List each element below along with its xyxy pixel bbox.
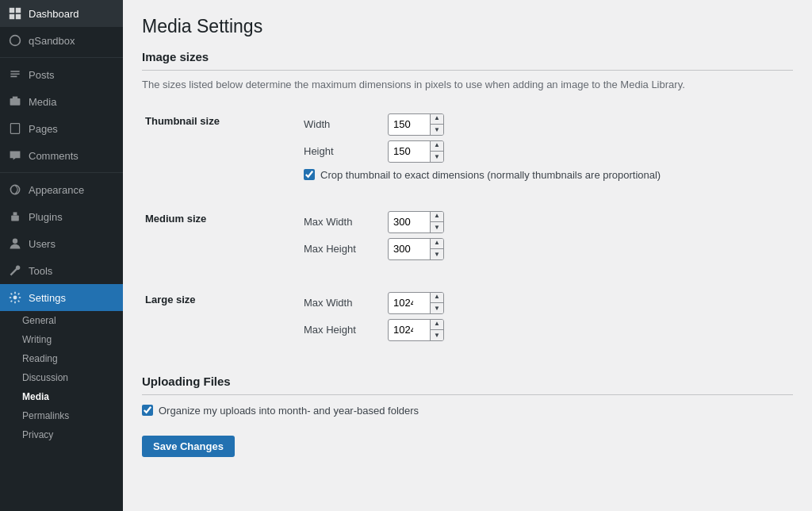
thumbnail-label-cell: Thumbnail size <box>142 107 301 190</box>
uploads-checkbox[interactable] <box>142 405 153 416</box>
sidebar-item-media[interactable]: Media <box>0 88 123 115</box>
uploads-checkbox-row: Organize my uploads into month- and year… <box>142 405 793 417</box>
mw-down[interactable]: ▼ <box>431 222 443 233</box>
sidebar: Dashboard qSandbox Posts Media Pages Com… <box>0 0 123 511</box>
submenu-reading[interactable]: Reading <box>0 349 123 368</box>
settings-icon <box>8 290 22 305</box>
svg-point-4 <box>10 36 21 46</box>
save-button[interactable]: Save Changes <box>142 436 235 457</box>
tw-down[interactable]: ▼ <box>431 125 443 136</box>
svg-rect-8 <box>11 215 19 221</box>
qsandbox-label: qSandbox <box>29 35 75 47</box>
thumbnail-width-input[interactable] <box>389 116 430 133</box>
dashboard-icon <box>8 6 22 21</box>
submenu-media[interactable]: Media ← <box>0 387 123 406</box>
large-row: Large size Max Width ▲▼ Max Height ▲▼ <box>142 286 793 352</box>
large-height-wrap: ▲▼ <box>388 319 444 341</box>
svg-point-9 <box>13 239 17 244</box>
submenu-discussion[interactable]: Discussion <box>0 368 123 387</box>
sidebar-item-posts[interactable]: Posts <box>0 61 123 88</box>
svg-rect-6 <box>10 124 19 134</box>
uploads-label[interactable]: Organize my uploads into month- and year… <box>159 405 419 417</box>
medium-width-wrap: ▲▼ <box>388 211 444 233</box>
lh-down[interactable]: ▼ <box>431 330 443 341</box>
pages-icon <box>8 121 22 136</box>
sidebar-item-settings[interactable]: Settings <box>0 284 123 311</box>
comments-label: Comments <box>29 150 79 162</box>
pages-label: Pages <box>29 123 58 135</box>
settings-submenu: General Writing Reading Discussion Media… <box>0 311 123 444</box>
medium-height-input[interactable] <box>389 240 430 257</box>
comments-icon <box>8 148 22 163</box>
plugins-label: Plugins <box>29 211 63 223</box>
media-label: Media <box>29 96 56 108</box>
mh-down[interactable]: ▼ <box>431 249 443 260</box>
svg-rect-5 <box>10 98 21 106</box>
uploading-section: Uploading Files Organize my uploads into… <box>142 375 793 417</box>
mw-up[interactable]: ▲ <box>431 211 443 222</box>
svg-point-10 <box>13 296 17 300</box>
large-width-wrap: ▲▼ <box>388 292 444 314</box>
appearance-icon <box>8 182 22 197</box>
medium-width-input[interactable] <box>389 213 430 230</box>
separator-2 <box>0 172 123 173</box>
users-icon <box>8 236 22 251</box>
dashboard-label: Dashboard <box>29 8 79 20</box>
settings-label: Settings <box>29 292 66 304</box>
page-title: Media Settings <box>142 16 793 37</box>
tools-label: Tools <box>29 265 52 277</box>
lw-up[interactable]: ▲ <box>431 292 443 303</box>
large-width-input[interactable] <box>389 294 430 311</box>
thumbnail-height-wrap: ▲▼ <box>388 140 444 163</box>
separator-1 <box>0 57 123 58</box>
thumbnail-width-wrap: ▲▼ <box>388 113 444 136</box>
th-down[interactable]: ▼ <box>431 152 443 163</box>
settings-table: Thumbnail size Width ▲▼ Height ▲▼ Crop t… <box>142 107 793 352</box>
svg-rect-3 <box>16 14 21 19</box>
svg-rect-2 <box>10 14 14 19</box>
medium-row: Medium size Max Width ▲▼ Max Height ▲▼ <box>142 205 793 271</box>
tools-icon <box>8 263 22 278</box>
large-height-input[interactable] <box>389 321 430 338</box>
medium-label-cell: Medium size <box>142 205 301 271</box>
sidebar-item-plugins[interactable]: Plugins <box>0 203 123 230</box>
sidebar-item-tools[interactable]: Tools <box>0 257 123 284</box>
th-up[interactable]: ▲ <box>431 140 443 152</box>
lw-down[interactable]: ▼ <box>431 303 443 314</box>
sidebar-item-comments[interactable]: Comments <box>0 142 123 169</box>
image-sizes-section: Image sizes The sizes listed below deter… <box>142 50 793 352</box>
tw-up[interactable]: ▲ <box>431 113 443 125</box>
sidebar-item-qsandbox[interactable]: qSandbox <box>0 27 123 54</box>
uploading-heading: Uploading Files <box>142 375 793 395</box>
users-label: Users <box>29 238 56 250</box>
submenu-permalinks[interactable]: Permalinks <box>0 406 123 425</box>
crop-label[interactable]: Crop thumbnail to exact dimensions (norm… <box>320 169 661 181</box>
thumbnail-height-input[interactable] <box>389 143 430 159</box>
lh-up[interactable]: ▲ <box>431 319 443 330</box>
submenu-writing[interactable]: Writing <box>0 330 123 349</box>
svg-point-7 <box>10 185 19 194</box>
sidebar-item-appearance[interactable]: Appearance <box>0 176 123 203</box>
appearance-label: Appearance <box>29 184 84 196</box>
svg-rect-0 <box>10 8 14 13</box>
submenu-general[interactable]: General <box>0 311 123 330</box>
posts-icon <box>8 67 22 82</box>
main-content: Media Settings Image sizes The sizes lis… <box>123 0 812 511</box>
thumbnail-row: Thumbnail size Width ▲▼ Height ▲▼ Crop t… <box>142 107 793 190</box>
image-sizes-heading: Image sizes <box>142 50 793 71</box>
crop-checkbox[interactable] <box>304 169 315 180</box>
sidebar-item-users[interactable]: Users <box>0 230 123 257</box>
sidebar-item-pages[interactable]: Pages <box>0 115 123 142</box>
medium-height-wrap: ▲▼ <box>388 238 444 260</box>
mh-up[interactable]: ▲ <box>431 238 443 249</box>
submenu-privacy[interactable]: Privacy <box>0 425 123 444</box>
large-label-cell: Large size <box>142 286 301 352</box>
posts-label: Posts <box>29 69 55 81</box>
qsandbox-icon <box>8 33 22 48</box>
image-sizes-desc: The sizes listed below determine the max… <box>142 77 793 93</box>
svg-rect-1 <box>16 8 21 13</box>
sidebar-item-dashboard[interactable]: Dashboard <box>0 0 123 27</box>
plugins-icon <box>8 209 22 224</box>
media-icon <box>8 94 22 109</box>
